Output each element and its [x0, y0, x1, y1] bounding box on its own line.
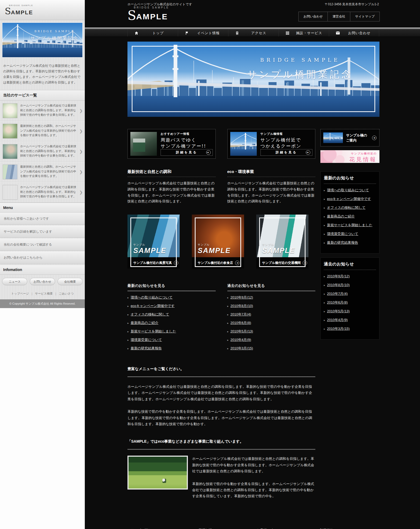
paragraph: ホームページサンプル株式会社では最新技術と自然との調和を目指します。革新的な技術… — [127, 384, 315, 402]
circle-arrow-icon: ➜ — [372, 136, 377, 140]
detail-button[interactable]: 詳細を見る ➜ — [260, 149, 313, 156]
home-icon — [135, 31, 138, 35]
circle-arrow-icon: ➜ — [206, 150, 211, 155]
brand-logo-top: BRIDGE SAMPLE — [9, 5, 33, 7]
news-link[interactable]: ▸新規サービスを開始しました — [127, 329, 216, 334]
archive-link[interactable]: ▸2010年5月(13) — [227, 329, 316, 334]
sidebar-menu-item[interactable]: 当社から皆様へごあいさつです — [0, 213, 85, 225]
news-link[interactable]: ▸最新の研究結果報告 — [127, 346, 216, 351]
chevron-right-icon: ❯ — [79, 170, 83, 174]
news-link[interactable]: ▸最新の研究結果報告 — [324, 240, 376, 245]
footer-link-columns: ▸サービス詳細▸料金一覧▸制作実績▸お客様の声▸会社概要 ▸HP基礎知識▸HP応… — [127, 525, 379, 529]
footer-column-voice: ▸お客様の声▸ご意見ご感想はこちら▸キャンペーン▸お知らせ — [254, 525, 317, 529]
detail-button[interactable]: 詳細を見る ➜ — [161, 149, 213, 156]
service-list-item[interactable]: 最新技術と自然との調和。ホームページサンプル株式会社では革新的な技術で世の中を動… — [0, 162, 85, 182]
info-pill-button[interactable]: ニュース — [2, 278, 27, 285]
sidebar-menu-item[interactable]: お問い合わせはこちらから — [0, 252, 85, 264]
triangle-bullet-icon: ▸ — [324, 275, 325, 278]
news-link[interactable]: ▸最新商品のご紹介 — [127, 321, 216, 325]
card-caption: サンプル橋付近の交通機関 — [262, 261, 300, 265]
archive-link[interactable]: ▸2010年4月(9) — [324, 318, 376, 322]
archive-link[interactable]: ▸2010年9月(12) — [324, 274, 376, 279]
operating-company-button[interactable]: 運営会社 — [328, 12, 350, 21]
nav-item-contact[interactable]: お問い合わせ — [329, 29, 379, 37]
brand-logo-initial: S — [5, 7, 11, 16]
feature-row: 最新技術と自然との調和 ホームページサンプル株式会社では最新技術と自然との調和を… — [127, 169, 315, 205]
service-list-item[interactable]: 最新技術と自然との調和。ホームページサンプル株式会社では革新的な技術で世の中を動… — [0, 121, 85, 141]
nav-item-events[interactable]: イベント情報 — [178, 29, 228, 37]
train-icon — [235, 31, 239, 35]
archive-link[interactable]: ▸2010年9月(12) — [227, 295, 316, 300]
info-pill-button[interactable]: 会社概要 — [58, 278, 83, 285]
news-link[interactable]: ▸オフィスの移転に関して — [324, 205, 376, 210]
eco-text-section: 「SAMPLE」ではeco事業などさまざまな事業に取り組んでいます。 ホームペー… — [127, 439, 315, 499]
section-body: ホームページサンプル株式会社では最新技術と自然との調和を目指します。革新的な技術… — [127, 180, 216, 205]
right-rail: サンプル橋のご案内 ➜ サンプル橋付近の 花見情報 最新のお知らせ — [320, 129, 379, 340]
sidebar-bridge-banner[interactable]: BRIDGE SAMPLE サンプル橋開業記念 — [2, 23, 83, 57]
service-list-item[interactable]: ホームページサンプル株式会社では最新技術と自然との調和を目指します。革新的な技術… — [0, 182, 85, 203]
sidebar-footer-link[interactable]: トップページ — [11, 292, 29, 296]
footer-link[interactable]: ▸サービス詳細 — [127, 528, 191, 529]
card-restaurants[interactable]: サンプル橋付近の飲食店 ➜ サンプルSAMPLE — [192, 215, 244, 269]
news-link[interactable]: ▸環境賞受賞について — [127, 337, 216, 342]
triangle-bullet-icon: ▸ — [227, 347, 229, 350]
sidebar-filler — [0, 308, 85, 529]
nav-item-top[interactable]: トップ — [127, 29, 178, 37]
archive-link[interactable]: ▸2010年3月(15) — [324, 326, 376, 331]
sidebar-footer-link[interactable]: サービス概要 — [29, 292, 53, 296]
site-address: 〒012-3456 見本県見本市サンプル1-2 — [325, 2, 379, 7]
triangle-bullet-icon: ▸ — [324, 292, 325, 295]
archive-link[interactable]: ▸2010年3月(15) — [227, 346, 316, 351]
news-link[interactable]: ▸新規サービスを開始しました — [324, 223, 376, 228]
sidebar-footer-link[interactable]: ごあいさつ — [53, 292, 74, 296]
news-link[interactable]: ▸ecoキャンペーン開催中です — [324, 197, 376, 201]
service-list-item[interactable]: ホームページサンプル株式会社では最新技術と自然との調和を目指します。革新的な技術… — [0, 141, 85, 162]
hanami-banner[interactable]: サンプル橋付近の 花見情報 — [320, 150, 379, 163]
divider — [227, 291, 316, 291]
card-brand: サンプルSAMPLE — [262, 243, 295, 255]
triangle-bullet-icon: ▸ — [324, 319, 325, 322]
header-logo[interactable]: BRIDGE SAMPLE S AMPLE — [127, 6, 169, 22]
promo-bus-tour[interactable]: おすすめツアー情報 周遊バスでゆくサンプル橋ツアー!! 詳細を見る ➜ — [127, 129, 216, 159]
left-sidebar: BRIDGE SAMPLE S AMPLE BRIDGE SAMPLE サンプル… — [0, 0, 85, 529]
archive-link[interactable]: ▸2010年8月(10) — [227, 304, 316, 308]
contact-button[interactable]: お問い合わせ — [298, 12, 328, 21]
archive-link[interactable]: ▸2010年7月(4) — [324, 291, 376, 296]
hero-banner: BRIDGE SAMPLE サンプル橋開業記念 — [127, 42, 379, 117]
news-link[interactable]: ▸オフィスの移転に関して — [127, 312, 216, 317]
nav-item-access[interactable]: アクセス — [228, 29, 278, 37]
archive-link[interactable]: ▸2010年6月(8) — [227, 321, 316, 325]
promo-coupon[interactable]: サンプル橋情報 サンプル橋付近でつかえるクーポン 詳細を見る ➜ — [227, 129, 316, 159]
news-link[interactable]: ▸最新商品のご紹介 — [324, 214, 376, 219]
card-scenery[interactable]: サンプル橋付近の風景写真 ➜ サンプルSAMPLE — [127, 215, 180, 269]
sidebar-menu-item[interactable]: 当社の会社概要について確認する — [0, 239, 85, 251]
sidebar-logo[interactable]: BRIDGE SAMPLE S AMPLE — [0, 0, 85, 20]
sitemap-button[interactable]: サイトマップ — [350, 12, 380, 21]
triangle-bullet-icon: ▸ — [227, 313, 229, 316]
card-brand: サンプルSAMPLE — [133, 243, 166, 255]
footer-link[interactable]: ▸お客様の声 — [254, 528, 317, 529]
service-list: ホームページサンプル株式会社では最新技術と自然との調和を目指します。革新的な技術… — [0, 101, 85, 203]
latest-news-list: ▸環境への取り組みについて▸ecoキャンペーン開催中です▸オフィスの移転に関して… — [127, 295, 216, 351]
news-link[interactable]: ▸環境賞受賞について — [324, 232, 376, 236]
archive-link[interactable]: ▸2010年8月(10) — [324, 283, 376, 287]
card-transport[interactable]: サンプル橋付近の交通機関 ➜ サンプルSAMPLE — [256, 215, 308, 269]
bridge-guide-banner[interactable]: サンプル橋のご案内 ➜ — [320, 129, 379, 146]
archive-link[interactable]: ▸2010年4月(9) — [227, 337, 316, 342]
news-link[interactable]: ▸ecoキャンペーン開催中です — [127, 304, 216, 308]
triangle-bullet-icon: ▸ — [324, 241, 325, 244]
sidebar-menu-item[interactable]: サービスの詳細を解説しています — [0, 226, 85, 238]
footer-link[interactable]: ▸利用規約 — [316, 528, 379, 529]
archive-link[interactable]: ▸2010年7月(4) — [227, 312, 316, 317]
triangle-bullet-icon: ▸ — [324, 310, 325, 313]
news-link[interactable]: ▸環境への取り組みについて — [127, 295, 216, 300]
archive-link[interactable]: ▸2010年5月(13) — [324, 309, 376, 314]
archive-link[interactable]: ▸2010年6月(8) — [324, 300, 376, 305]
info-pill-button[interactable]: お問い合わせ — [30, 278, 55, 285]
footer-link[interactable]: ▸HP基礎知識 — [191, 528, 254, 529]
service-list-item[interactable]: ホームページサンプル株式会社では最新技術と自然との調和を目指します。革新的な技術… — [0, 101, 85, 121]
main-column: おすすめツアー情報 周遊バスでゆくサンプル橋ツアー!! 詳細を見る ➜ — [127, 129, 315, 499]
nav-item-facilities[interactable]: 施設・サービス — [278, 29, 329, 37]
sidebar-intro-text: ホームページサンプル株式会社では最新技術と自然との調和を目指します。革新的な技術… — [0, 60, 85, 90]
news-link[interactable]: ▸環境への取り組みについて — [324, 188, 376, 193]
